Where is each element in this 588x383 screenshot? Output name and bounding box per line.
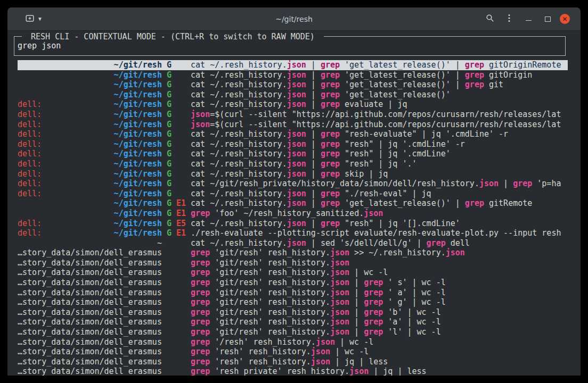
query-match: json xyxy=(330,317,349,327)
query-match: json xyxy=(311,347,330,356)
menu-button[interactable] xyxy=(502,12,516,26)
history-row[interactable]: ~/git/reshGcat ~/.resh_history.json | gr… xyxy=(18,90,568,100)
search-query-input[interactable]: grep json xyxy=(18,41,561,51)
row-context: dell:~/git/resh xyxy=(18,169,162,179)
row-directory: ~/git/resh xyxy=(114,129,162,139)
row-directory: ~/git/resh xyxy=(114,80,162,90)
history-row[interactable]: …story_data/simon/dell_erasmusgrep 'resh… xyxy=(18,367,568,376)
history-row[interactable]: ~/git/reshGcat ~/.resh_history.json | gr… xyxy=(18,60,568,70)
search-button[interactable] xyxy=(483,12,497,26)
history-row[interactable]: …story_data/simon/dell_erasmusgrep 'git/… xyxy=(18,268,568,278)
row-host: dell: xyxy=(18,129,42,139)
close-button[interactable]: ✕ xyxy=(560,14,570,24)
row-flags xyxy=(167,337,186,347)
row-flags xyxy=(167,307,186,318)
history-row[interactable]: dell:~/git/reshGjson=$(curl --silent "ht… xyxy=(18,110,568,120)
query-match: grep xyxy=(321,159,340,169)
query-match: grep xyxy=(191,297,210,307)
history-row[interactable]: ~/git/reshG E1cat ~/.resh_history.json |… xyxy=(18,198,568,209)
row-context: ~/git/resh xyxy=(18,80,162,90)
row-context: …story_data/simon/dell_erasmus xyxy=(18,307,162,318)
row-directory: ~/git/resh xyxy=(114,90,162,100)
query-match: json xyxy=(311,357,330,367)
history-row[interactable]: …story_data/simon/dell_erasmusgrep '/res… xyxy=(18,337,568,347)
row-directory: …story_data/simon/dell_erasmus xyxy=(18,327,162,337)
history-row[interactable]: dell:~/git/reshG E1./resh-evaluate --plo… xyxy=(18,228,568,238)
row-command: json=$(curl --silent "https://api.github… xyxy=(191,120,568,130)
row-directory: …story_data/simon/dell_erasmus xyxy=(18,297,162,307)
row-directory: ~/git/resh xyxy=(114,149,162,159)
query-match: grep xyxy=(191,317,210,327)
row-flags: G xyxy=(167,110,186,120)
maximize-button[interactable] xyxy=(541,12,554,26)
row-host: dell: xyxy=(18,169,42,179)
history-row[interactable]: dell:~/git/reshGcat ~/git/resh_private/h… xyxy=(18,179,568,189)
history-row[interactable]: dell:~/git/reshGcat ~/.resh_history.json… xyxy=(18,169,568,179)
row-flags: G xyxy=(167,99,186,110)
row-directory: ~/git/resh xyxy=(114,219,162,229)
history-row[interactable]: dell:~/git/reshGcat ~/.resh_history.json… xyxy=(18,99,568,110)
history-row[interactable]: ~/git/reshGcat ~/.resh_history.json | gr… xyxy=(18,80,568,90)
history-row[interactable]: dell:~/git/reshGcat ~/.resh_history.json… xyxy=(18,159,568,169)
history-row[interactable]: …story_data/simon/dell_erasmusgrep 'resh… xyxy=(18,347,568,357)
row-host: dell: xyxy=(18,228,42,238)
query-match: json xyxy=(287,139,306,149)
query-match: json xyxy=(287,159,306,169)
history-row[interactable]: dell:~/git/reshGjson=$(curl --silent "ht… xyxy=(18,120,568,130)
query-match: grep xyxy=(321,198,340,208)
flag-git: G xyxy=(167,139,172,149)
query-match: grep xyxy=(321,139,340,149)
query-match: grep xyxy=(321,149,340,159)
row-flags: G xyxy=(167,159,186,169)
row-host: dell: xyxy=(18,110,42,120)
row-flags xyxy=(167,278,186,288)
query-match: grep xyxy=(513,179,532,188)
history-row[interactable]: dell:~/git/reshGcat ~/.resh_history.json… xyxy=(18,129,568,139)
row-command: cat ~/.resh_history.json | grep 'get_lat… xyxy=(191,90,568,100)
query-match: json xyxy=(330,327,349,337)
query-match: json xyxy=(191,110,210,119)
resh-search-panel: RESH CLI - CONTEXTUAL MODE - (CTRL+R to … xyxy=(14,36,566,56)
row-context: dell:~/git/resh xyxy=(18,189,162,199)
row-command: cat ~/.resh_history.json | grep "resh" |… xyxy=(191,219,568,229)
flag-git: G xyxy=(167,189,172,198)
flag-git: G xyxy=(167,149,172,159)
history-row[interactable]: dell:~/git/reshGcat ~/.resh_history.json… xyxy=(18,139,568,149)
history-row[interactable]: …story_data/simon/dell_erasmusgrep 'git/… xyxy=(18,258,568,268)
row-directory: ~/git/resh xyxy=(114,189,162,199)
row-context: dell:~/git/resh xyxy=(18,228,162,238)
close-icon: ✕ xyxy=(562,16,567,22)
query-match: json xyxy=(287,80,306,89)
history-row[interactable]: ~cat ~/.resh_history.json | sed 's/dell/… xyxy=(18,238,568,248)
row-flags xyxy=(167,258,186,268)
history-row[interactable]: …story_data/simon/dell_erasmusgrep 'git/… xyxy=(18,248,568,258)
history-row[interactable]: dell:~/git/reshGcat ~/.resh_history.json… xyxy=(18,149,568,159)
row-context: …story_data/simon/dell_erasmus xyxy=(18,288,162,298)
minimize-button[interactable] xyxy=(521,12,535,26)
row-command: cat ~/git/resh_private/history_data/simo… xyxy=(191,179,568,189)
row-host: dell: xyxy=(18,149,42,159)
row-directory: ~/git/resh xyxy=(114,169,162,179)
history-row[interactable]: …story_data/simon/dell_erasmusgrep 'git/… xyxy=(18,307,568,318)
history-row[interactable]: dell:~/git/reshG E5cat ~/.resh_history.j… xyxy=(18,219,568,229)
row-command: cat ~/.resh_history.json | grep "resh" |… xyxy=(191,139,568,149)
history-row[interactable]: dell:~/git/reshGcat ~/.resh_history.json… xyxy=(18,189,568,199)
new-tab-button[interactable]: ▼ xyxy=(23,12,45,26)
row-flags: G E1 xyxy=(167,198,186,209)
history-row[interactable]: ~/git/reshG E1grep 'foo' ~/resh_history_… xyxy=(18,209,568,219)
row-command: cat ~/.resh_history.json | grep evaluate… xyxy=(191,99,568,110)
query-match: grep xyxy=(191,268,210,277)
history-row[interactable]: …story_data/simon/dell_erasmusgrep 'git/… xyxy=(18,278,568,288)
history-row[interactable]: …story_data/simon/dell_erasmusgrep 'git/… xyxy=(18,297,568,307)
history-row[interactable]: …story_data/simon/dell_erasmusgrep 'git/… xyxy=(18,288,568,298)
query-match: grep xyxy=(191,248,210,257)
query-match: grep xyxy=(364,327,383,337)
row-context: dell:~/git/resh xyxy=(18,139,162,149)
history-row[interactable]: ~/git/reshGcat ~/.resh_history.json | gr… xyxy=(18,70,568,80)
titlebar[interactable]: ▼ ~/git/resh xyxy=(7,7,581,31)
row-context: dell:~/git/resh xyxy=(18,120,162,130)
history-row[interactable]: …story_data/simon/dell_erasmusgrep 'git/… xyxy=(18,317,568,327)
history-row[interactable]: …story_data/simon/dell_erasmusgrep 'git/… xyxy=(18,327,568,337)
row-flags xyxy=(167,367,186,376)
history-row[interactable]: …story_data/simon/dell_erasmusgrep 'resh… xyxy=(18,357,568,367)
